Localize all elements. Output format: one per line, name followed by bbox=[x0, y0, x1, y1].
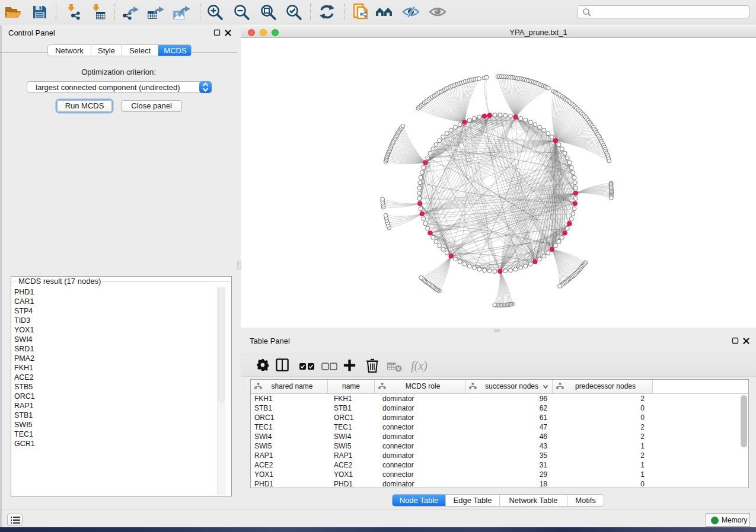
svg-text:f(x): f(x) bbox=[411, 359, 428, 373]
